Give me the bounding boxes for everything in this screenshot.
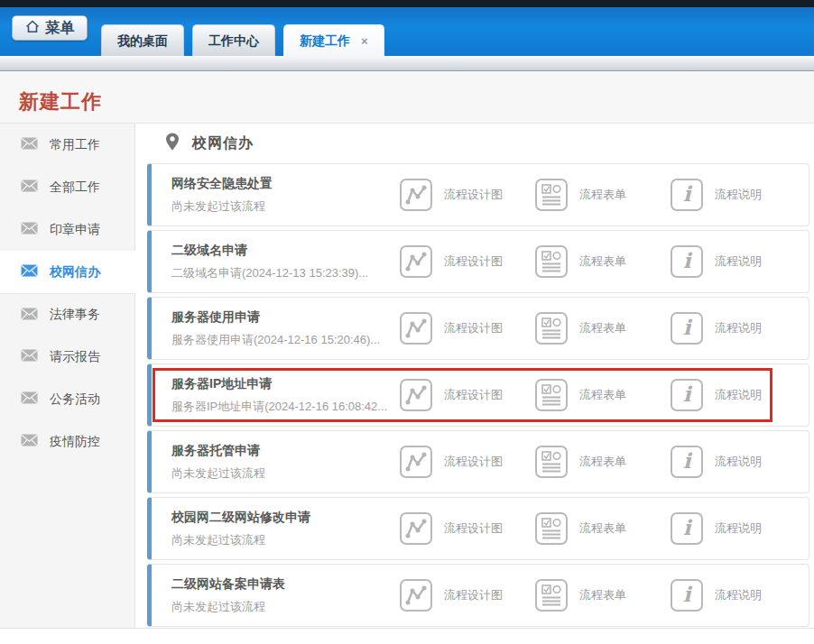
workflow-subtitle: 尚未发起过该流程: [171, 198, 400, 215]
header-tab[interactable]: 工作中心×: [192, 24, 275, 56]
process-form-label: 流程表单: [579, 587, 626, 603]
process-form-action[interactable]: 流程表单: [535, 512, 671, 545]
sidebar-item-label: 公务活动: [50, 391, 100, 408]
workflow-card-text: 网络安全隐患处置 尚未发起过该流程: [171, 176, 400, 215]
process-form-action[interactable]: 流程表单: [535, 446, 671, 478]
form-icon: [535, 179, 568, 211]
workflow-title: 服务器IP地址申请: [171, 376, 400, 392]
workflow-subtitle: 尚未发起过该流程: [171, 465, 400, 482]
process-design-action[interactable]: 流程设计图: [400, 312, 535, 345]
sidebar-item[interactable]: 公务活动: [0, 378, 135, 420]
chart-icon: [400, 312, 432, 345]
chart-icon: [400, 179, 432, 211]
process-form-label: 流程表单: [579, 454, 626, 470]
form-icon: [535, 245, 568, 278]
header-tab[interactable]: 我的桌面×: [101, 24, 184, 56]
main-region: 常用工作 全部工作 印章申请 校网信办: [0, 124, 814, 629]
menu-button-label: 菜单: [46, 19, 75, 38]
workflow-card[interactable]: 服务器托管申请 尚未发起过该流程 流程设计图: [147, 430, 809, 493]
info-icon: i: [671, 179, 703, 211]
workflow-card[interactable]: 网络安全隐患处置 尚未发起过该流程 流程设计图: [147, 163, 809, 226]
form-icon: [535, 312, 568, 345]
sidebar-item[interactable]: 印章申请: [0, 208, 135, 251]
process-design-action[interactable]: 流程设计图: [400, 245, 535, 278]
process-design-label: 流程设计图: [444, 587, 503, 603]
process-form-action[interactable]: 流程表单: [535, 312, 671, 345]
workflow-subtitle: 尚未发起过该流程: [171, 599, 400, 615]
info-icon: i: [671, 512, 703, 545]
chart-icon: [400, 512, 432, 545]
process-info-label: 流程说明: [715, 187, 762, 203]
sidebar-item[interactable]: 常用工作: [0, 124, 135, 166]
workflow-card[interactable]: 服务器IP地址申请 服务器IP地址申请(2024-12-16 16:08:42.…: [147, 363, 809, 427]
sidebar-item[interactable]: 校网信办: [0, 251, 135, 293]
workflow-card[interactable]: 二级网站备案申请表 尚未发起过该流程 流程设计图: [147, 564, 809, 627]
tab-close-icon[interactable]: ×: [361, 25, 368, 57]
process-info-action[interactable]: i 流程说明: [671, 579, 806, 612]
tab-bar: 我的桌面× 工作中心× 新建工作×: [101, 24, 384, 56]
page-title: 新建工作: [19, 88, 814, 115]
process-form-label: 流程表单: [579, 253, 626, 270]
form-icon: [535, 512, 568, 545]
sidebar-item[interactable]: 请示报告: [0, 336, 135, 378]
info-icon: i: [671, 312, 703, 345]
sidebar-item[interactable]: 全部工作: [0, 166, 135, 208]
process-form-label: 流程表单: [579, 320, 626, 336]
workflow-subtitle: 服务器IP地址申请(2024-12-16 16:08:42...: [171, 399, 400, 415]
workflow-subtitle: 二级域名申请(2024-12-13 15:23:39)...: [171, 265, 400, 281]
process-design-action[interactable]: 流程设计图: [400, 379, 535, 411]
process-info-action[interactable]: i 流程说明: [671, 512, 806, 545]
process-info-action[interactable]: i 流程说明: [671, 312, 806, 345]
tab-label: 新建工作: [300, 33, 350, 48]
envelope-icon: [21, 434, 38, 449]
process-design-action[interactable]: 流程设计图: [400, 579, 535, 612]
process-form-action[interactable]: 流程表单: [535, 579, 671, 612]
info-icon: i: [671, 379, 703, 411]
menu-button[interactable]: 菜单: [12, 15, 88, 41]
sidebar-item-label: 印章申请: [50, 222, 100, 238]
workflow-title: 二级域名申请: [171, 243, 400, 259]
info-icon: i: [671, 245, 703, 278]
location-pin-icon: [166, 133, 179, 154]
process-info-label: 流程说明: [715, 320, 762, 336]
workflow-card-text: 服务器使用申请 服务器使用申请(2024-12-16 15:20:46)...: [171, 309, 400, 348]
sidebar: 常用工作 全部工作 印章申请 校网信办: [0, 124, 135, 628]
sidebar-item[interactable]: 法律事务: [0, 293, 135, 336]
process-design-action[interactable]: 流程设计图: [400, 446, 535, 478]
sidebar-item-label: 常用工作: [50, 137, 100, 153]
header-tab[interactable]: 新建工作×: [283, 24, 384, 56]
process-info-action[interactable]: i 流程说明: [671, 446, 806, 478]
form-icon: [535, 579, 568, 612]
workflow-card[interactable]: 校园网二级网站修改申请 尚未发起过该流程 流程设计图: [147, 497, 809, 560]
process-info-label: 流程说明: [715, 587, 762, 603]
envelope-icon: [21, 308, 38, 323]
workflow-card[interactable]: 二级域名申请 二级域名申请(2024-12-13 15:23:39)... 流程…: [147, 230, 809, 293]
process-design-label: 流程设计图: [444, 387, 503, 403]
tab-label: 工作中心: [208, 33, 259, 48]
process-info-action[interactable]: i 流程说明: [671, 245, 806, 278]
process-info-label: 流程说明: [715, 253, 762, 270]
process-design-action[interactable]: 流程设计图: [400, 179, 535, 211]
envelope-icon: [21, 349, 38, 364]
process-design-label: 流程设计图: [444, 454, 503, 470]
workflow-title: 网络安全隐患处置: [171, 176, 400, 192]
process-design-label: 流程设计图: [444, 253, 503, 270]
form-icon: [535, 379, 568, 411]
workflow-card-text: 二级网站备案申请表 尚未发起过该流程: [171, 576, 400, 615]
form-icon: [535, 446, 568, 478]
home-icon: [25, 20, 40, 37]
process-info-action[interactable]: i 流程说明: [671, 179, 806, 211]
chart-icon: [400, 245, 432, 278]
sidebar-item[interactable]: 疫情防控: [0, 420, 135, 463]
workflow-card[interactable]: 服务器使用申请 服务器使用申请(2024-12-16 15:20:46)... …: [147, 297, 809, 360]
workflow-subtitle: 尚未发起过该流程: [171, 532, 400, 548]
workflow-card-text: 服务器托管申请 尚未发起过该流程: [171, 443, 400, 482]
process-design-action[interactable]: 流程设计图: [400, 512, 535, 545]
workflow-card-text: 服务器IP地址申请 服务器IP地址申请(2024-12-16 16:08:42.…: [171, 376, 400, 415]
process-form-action[interactable]: 流程表单: [535, 379, 671, 411]
envelope-icon: [21, 222, 38, 237]
process-info-action[interactable]: i 流程说明: [671, 379, 806, 411]
process-design-label: 流程设计图: [444, 187, 503, 203]
process-form-action[interactable]: 流程表单: [535, 245, 671, 278]
process-form-action[interactable]: 流程表单: [535, 179, 671, 211]
